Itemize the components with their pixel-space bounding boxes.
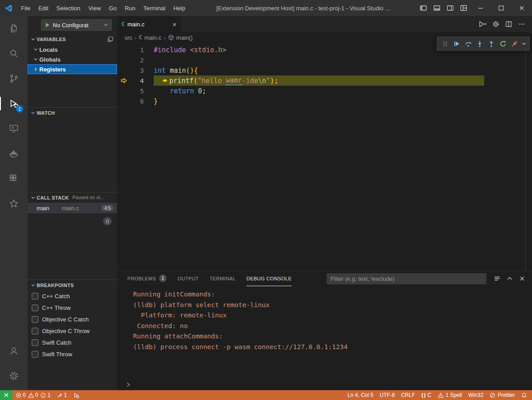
chevron-down-button[interactable] <box>520 38 528 50</box>
menu-terminal[interactable]: Terminal <box>139 0 169 16</box>
layout-sidebar-left-icon[interactable] <box>417 0 430 16</box>
status-notifications[interactable] <box>518 390 530 400</box>
breadcrumb-item-src[interactable]: src <box>125 34 132 41</box>
layout-customize-layout-icon[interactable] <box>457 0 470 16</box>
breakpoints-section-header[interactable]: BREAKPOINTS <box>28 279 117 290</box>
menu-help[interactable]: Help <box>169 0 189 16</box>
activity-explorer[interactable] <box>0 16 28 41</box>
gear-icon[interactable] <box>490 18 502 30</box>
layout-panel-icon[interactable] <box>430 0 444 16</box>
drag-handle[interactable] <box>439 38 451 50</box>
breakpoint-checkbox[interactable] <box>32 316 38 323</box>
menu-edit[interactable]: Edit <box>34 0 52 16</box>
variables-item-globals[interactable]: Globals <box>28 54 117 64</box>
panel-tab-output[interactable]: OUTPUT <box>177 271 199 286</box>
section-action-icon[interactable] <box>107 36 113 42</box>
activity-accounts[interactable] <box>0 338 28 363</box>
status-prettier[interactable]: Prettier <box>486 390 518 400</box>
status-platform[interactable]: Win32 <box>465 390 486 400</box>
breakpoint-checkbox[interactable] <box>32 293 38 300</box>
activity-star[interactable] <box>0 191 28 216</box>
chevron-up-icon[interactable] <box>504 273 515 284</box>
code-text[interactable]: int main(){ <box>154 67 198 75</box>
panel-tab-terminal[interactable]: TERMINAL <box>209 271 236 286</box>
step-into-button[interactable] <box>474 38 486 50</box>
activity-docker[interactable] <box>0 141 28 166</box>
restart-button[interactable] <box>497 38 509 50</box>
execution-pointer-icon[interactable] <box>117 77 130 84</box>
title-bar: FileEditSelectionViewGoRunTerminalHelp [… <box>0 0 532 16</box>
code-text[interactable]: return 0; <box>154 87 206 95</box>
layout-sidebar-right-icon[interactable] <box>444 0 457 16</box>
breakpoint-label: Objective C Catch <box>42 316 89 323</box>
remote-indicator[interactable] <box>0 390 13 400</box>
stack-frame-row[interactable]: main main.c 4:5 <box>28 203 117 213</box>
chevron-down-icon <box>104 22 108 29</box>
status-spell-checker[interactable]: 1 Spell <box>435 390 465 400</box>
console-filter-input[interactable] <box>327 273 486 284</box>
tree-item-label: Globals <box>39 56 61 63</box>
menu-view[interactable]: View <box>84 0 105 16</box>
status-language-mode[interactable]: { }C <box>418 390 434 400</box>
status-encoding[interactable]: UTF-8 <box>377 390 398 400</box>
tools-status[interactable]: 1 <box>54 390 70 400</box>
menu-run[interactable]: Run <box>121 0 139 16</box>
debug-console-input[interactable] <box>117 379 532 390</box>
code-text[interactable]: #include <stdio.h> <box>154 46 226 54</box>
step-over-button[interactable] <box>462 38 474 50</box>
watch-section-header[interactable]: WATCH <box>28 107 117 118</box>
disconnect-button[interactable] <box>509 38 520 50</box>
menu-file[interactable]: File <box>17 0 34 16</box>
code-token: int <box>154 67 166 75</box>
problems-status[interactable]: 0 0 1 <box>13 390 54 400</box>
code-token <box>154 77 162 85</box>
breakpoint-checkbox[interactable] <box>32 304 38 311</box>
activity-extensions[interactable] <box>0 166 28 191</box>
activity-search[interactable] <box>0 41 28 66</box>
close-tab-icon[interactable]: × <box>172 21 176 28</box>
debug-session-status[interactable] <box>70 390 82 400</box>
maximize-button[interactable] <box>491 0 511 16</box>
tab-label: main.c <box>127 21 144 28</box>
continue-button[interactable] <box>451 38 462 50</box>
close-button[interactable] <box>511 0 532 16</box>
variables-section-header[interactable]: VARIABLES <box>28 34 117 45</box>
status-label: UTF-8 <box>380 392 395 398</box>
minimize-button[interactable] <box>470 0 491 16</box>
activity-source-control[interactable] <box>0 66 28 91</box>
run-dropdown-icon[interactable] <box>477 18 489 30</box>
code-token <box>166 67 170 75</box>
ellipsis-icon[interactable] <box>515 18 528 30</box>
tab-main.c[interactable]: Cmain.c× <box>117 16 181 32</box>
split-editor-icon[interactable] <box>503 18 515 30</box>
menu-go[interactable]: Go <box>105 0 121 16</box>
menu-selection[interactable]: Selection <box>52 0 84 16</box>
close-icon[interactable] <box>517 273 528 284</box>
step-out-button[interactable] <box>486 38 497 50</box>
variables-item-registers[interactable]: Registers <box>28 64 117 74</box>
breadcrumb-item-main-c[interactable]: Cmain.c <box>139 34 162 41</box>
code-text[interactable]: printf("hello wamr-ide\n"); <box>154 76 278 85</box>
console-line: Running attachCommands: <box>133 331 532 342</box>
breakpoint-checkbox[interactable] <box>32 351 38 358</box>
debug-config-label: No Configurat <box>53 22 88 29</box>
activity-run-and-debug[interactable]: 1 <box>0 91 28 116</box>
panel-tab-problems[interactable]: PROBLEMS1 <box>127 271 167 286</box>
status-eol[interactable]: CRLF <box>398 390 418 400</box>
debug-config-dropdown[interactable]: No Configurat <box>41 19 112 31</box>
breakpoint-checkbox[interactable] <box>32 328 38 334</box>
activity-settings[interactable] <box>0 363 28 388</box>
status-cursor-position[interactable]: Ln 4, Col 5 <box>344 390 377 400</box>
variables-item-locals[interactable]: Locals <box>28 45 117 54</box>
breakpoint-checkbox[interactable] <box>32 339 38 346</box>
editor-scrollbar[interactable] <box>525 43 526 271</box>
panel-tab-debug-console[interactable]: DEBUG CONSOLE <box>247 271 292 286</box>
code-editor[interactable]: 1#include <stdio.h>23int main(){4 printf… <box>117 43 532 271</box>
activity-remote-explorer[interactable] <box>0 116 28 141</box>
code-text[interactable]: } <box>154 97 158 105</box>
call-stack-section-header[interactable]: CALL STACK Paused on st... <box>28 192 117 203</box>
chevron-down-icon <box>29 196 37 200</box>
remote-explorer-icon <box>8 123 19 134</box>
breadcrumb-item-main-[interactable]: main() <box>168 34 193 41</box>
output-list-icon[interactable] <box>492 273 503 284</box>
